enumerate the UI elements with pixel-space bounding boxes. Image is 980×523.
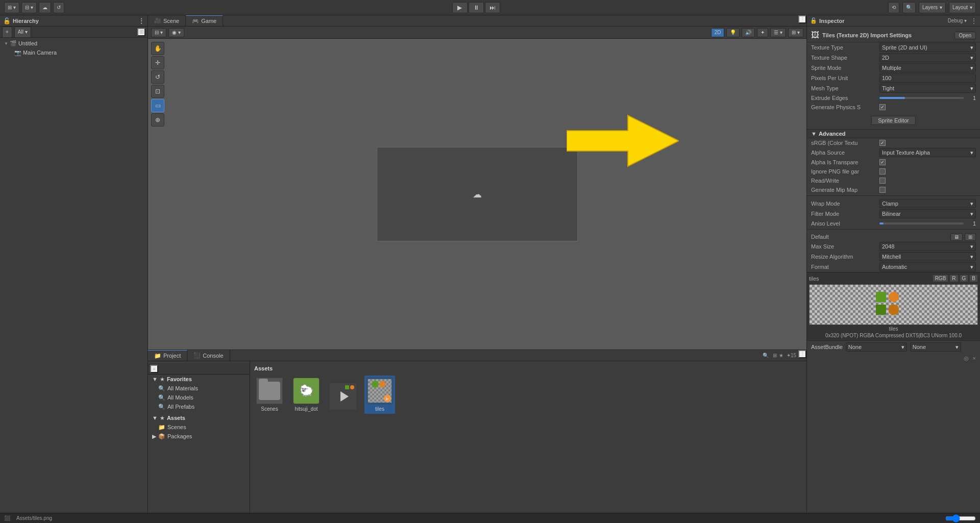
max-size-dropdown[interactable]: 2048 ▾ [879,242,976,251]
read-write-checkbox[interactable] [879,178,886,184]
console-tab[interactable]: ⬛ Console [187,350,230,361]
inspector-debug-btn[interactable]: Debug ▾ [948,18,967,23]
mesh-type-dropdown[interactable]: Tight ▾ [879,84,976,93]
2d-btn[interactable]: 2D [711,28,725,37]
asset-count-label: ✦15 [785,353,798,358]
sprite-mode-dropdown[interactable]: Multiple ▾ [879,63,976,72]
grid-icon-btn[interactable]: ⊞ [965,233,976,241]
advanced-section[interactable]: ▼ Advanced [807,129,980,138]
filter-mode-dropdown[interactable]: Bilinear ▾ [879,209,976,218]
aniso-label: Aniso Level [811,220,877,227]
all-models-item[interactable]: 🔍 All Models [148,393,250,402]
monitor-icon-btn[interactable]: 🖥 [950,233,963,241]
srgb-checkbox[interactable] [879,140,886,146]
preview-header: tiles RGB R G B [809,275,978,282]
gizmo-btn[interactable]: ◉ ▾ [168,28,184,37]
format-dropdown[interactable]: Automatic ▾ [879,262,976,271]
wrap-mode-dropdown[interactable]: Clamp ▾ [879,199,976,208]
audio-btn[interactable]: 🔊 [742,28,755,37]
hierarchy-search-btn[interactable]: All ▾ [14,27,31,38]
preview-info: tiles [809,326,978,332]
hierarchy-item-untitled[interactable]: ▼ 🎬 Untitled [0,39,148,48]
wrap-mode-row: Wrap Mode Clamp ▾ [807,198,980,209]
asset-video[interactable] [328,381,358,414]
project-options-btn[interactable]: ⋮ [798,350,806,358]
b-btn[interactable]: B [969,275,978,282]
inspector-bottom-icon2[interactable]: × [973,355,976,362]
hierarchy-options-btn[interactable]: ⊞ [137,28,145,36]
sprite-editor-btn[interactable]: Sprite Editor [871,116,916,125]
untitled-arrow: ▼ [4,41,8,46]
hierarchy-add-btn[interactable]: + [2,27,12,38]
rotate-tool-btn[interactable]: ↺ [151,70,164,84]
asset-tiles[interactable]: ▶ tiles [364,376,395,414]
favorites-label: Favorites [167,376,192,382]
resize-algo-dropdown[interactable]: Mitchell ▾ [879,252,976,261]
texture-shape-dropdown[interactable]: 2D ▾ [879,53,976,62]
svg-rect-4 [889,305,899,315]
generate-physics-checkbox[interactable] [879,104,886,110]
transform-toggle-btn[interactable]: ⊞ ▾ [4,2,19,13]
tab-options-btn[interactable]: ⋮ [798,15,806,23]
video-asset-icon [330,383,356,410]
project-add-btn[interactable]: + [150,365,158,373]
hand-tool-btn[interactable]: ✋ [151,42,164,55]
open-btn[interactable]: Open [954,32,976,39]
inspector-menu-btn[interactable]: ⋮ [971,17,977,24]
assets-arrow: ▼ [152,415,158,421]
scale-tool-btn[interactable]: ⊡ [151,85,164,98]
scene-tab[interactable]: 🎥 Scene [148,15,186,26]
layers-dropdown[interactable]: Layers ▾ [919,2,946,13]
search-btn[interactable]: 🔍 [902,2,916,13]
pause-btn[interactable]: ⏸ [469,2,484,13]
scenes-item[interactable]: 📁 Scenes [148,422,250,432]
inspector-lock-icon[interactable]: 🔓 [810,17,817,24]
pixels-per-unit-label: Pixels Per Unit [811,75,877,81]
effects-btn[interactable]: ✦ [757,28,768,37]
g-btn[interactable]: G [960,275,969,282]
aniso-row: Aniso Level 1 [807,219,980,228]
asset-bundle-variant-dropdown[interactable]: None ▾ [910,342,961,352]
asset-scenes[interactable]: Scenes [254,376,285,414]
hierarchy-menu-btn[interactable]: ⋮ [138,17,144,24]
r-btn[interactable]: R [949,275,958,282]
packages-item[interactable]: ▶ 📦 Packages [148,432,250,441]
layout-label: Layout [952,5,968,10]
pixels-per-unit-input[interactable] [879,73,976,83]
asset-bundle-dropdown[interactable]: None ▾ [846,342,907,352]
ignore-png-checkbox[interactable] [879,168,886,175]
hierarchy-item-main-camera[interactable]: 📷 Main Camera [0,48,148,57]
rgb-btn[interactable]: RGB [933,275,949,282]
aniso-slider[interactable] [879,222,964,225]
all-materials-item[interactable]: 🔍 All Materials [148,384,250,393]
snap-btn[interactable]: ⊟ ▾ [21,2,37,13]
layers-scene-btn[interactable]: ⊞ ▾ [788,28,803,37]
transform-tool-btn[interactable]: ⊕ [151,113,164,127]
lighting-btn[interactable]: 💡 [726,28,740,37]
hierarchy-lock-btn[interactable]: 🔓 [3,17,11,24]
all-prefabs-item[interactable]: 🔍 All Prefabs [148,402,250,411]
rect-tool-btn[interactable]: ▭ [151,99,164,112]
alpha-transparent-checkbox[interactable] [879,159,886,165]
history-btn[interactable]: ⟲ [888,2,899,13]
asset-hitsuji[interactable]: 🐑 hitsuji_dot [291,376,322,414]
layers-arrow: ▾ [940,5,942,10]
mip-map-checkbox[interactable] [879,187,886,193]
game-tab[interactable]: 🎮 Game [186,15,223,26]
step-btn[interactable]: ⏭ [485,2,500,13]
alpha-source-dropdown[interactable]: Input Texture Alpha ▾ [879,148,976,157]
move-tool-btn[interactable]: ✛ [151,56,164,69]
svg-rect-2 [889,292,899,302]
collab-btn[interactable]: ↺ [53,2,64,13]
project-tab[interactable]: 📁 Project [148,350,187,361]
zoom-slider[interactable] [945,516,976,521]
scene-gizmos-btn[interactable]: ☰ ▾ [770,28,786,37]
texture-type-dropdown[interactable]: Sprite (2D and UI) ▾ [879,43,976,52]
layout-dropdown[interactable]: Layout ▾ [949,2,976,13]
aniso-slider-row: 1 [879,220,976,227]
inspector-bottom-icon1[interactable]: ◎ [964,355,969,362]
play-btn[interactable]: ▶ [452,2,468,13]
extrude-slider[interactable] [879,97,964,99]
draw-mode-btn[interactable]: ⊟ ▾ [151,28,166,37]
cloud-btn[interactable]: ☁ [39,2,51,13]
